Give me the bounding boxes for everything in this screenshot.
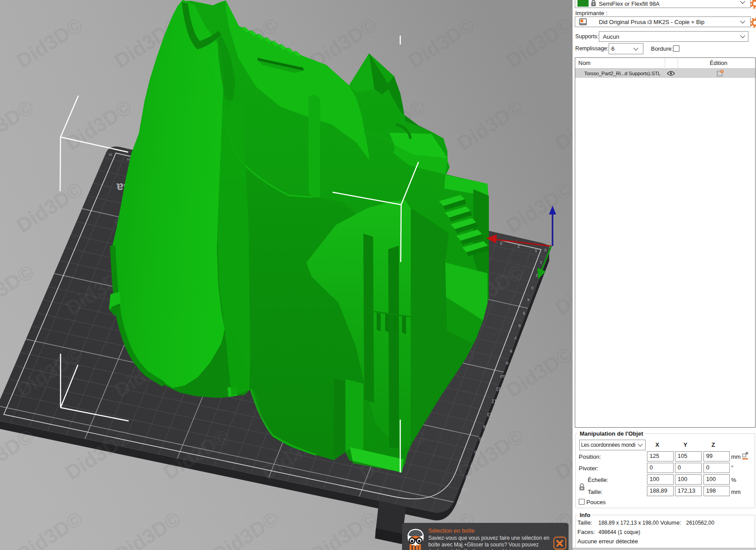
svg-text:1: 1	[540, 260, 542, 265]
svg-text:10: 10	[500, 374, 505, 379]
svg-text:25: 25	[109, 153, 112, 156]
svg-text:8: 8	[510, 349, 512, 354]
svg-text:6: 6	[518, 324, 520, 328]
svg-text:7: 7	[514, 336, 516, 340]
svg-text:1: 1	[535, 249, 537, 254]
svg-text:20: 20	[457, 500, 463, 505]
svg-text:12: 12	[492, 399, 497, 404]
svg-text:13: 13	[487, 412, 492, 417]
svg-text:2: 2	[536, 273, 538, 278]
svg-text:11: 11	[496, 387, 500, 392]
svg-text:5: 5	[523, 311, 525, 315]
svg-text:0: 0	[544, 248, 546, 252]
svg-text:4: 4	[527, 298, 529, 302]
svg-text:14: 14	[483, 424, 488, 429]
svg-text:3: 3	[531, 286, 533, 290]
svg-text:19: 19	[462, 487, 467, 493]
svg-text:2: 2	[517, 244, 520, 249]
svg-text:9: 9	[506, 361, 508, 366]
svg-text:15: 15	[479, 437, 484, 442]
svg-text:3: 3	[500, 241, 502, 246]
